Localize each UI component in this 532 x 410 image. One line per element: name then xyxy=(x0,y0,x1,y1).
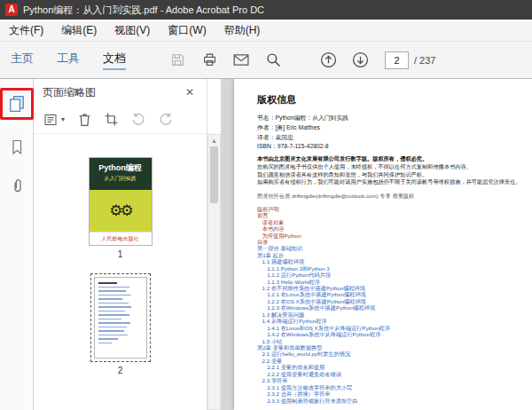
toc-link[interactable]: 2.2.1 变量的命名和使用 xyxy=(257,365,532,371)
toc-link[interactable]: 1.1 搭建编程环境 xyxy=(257,259,532,265)
thumbnails-list: Python编程 从入门到实践 ⚙⚙ 人民邮电出版社 1 2 xyxy=(34,134,207,410)
toc-link[interactable]: 本书内容 xyxy=(257,225,532,232)
window-title: Python编程：从入门到实践.pdf - Adobe Acrobat Pro … xyxy=(23,4,264,17)
toc-link[interactable]: 2.2 变量 xyxy=(257,358,532,364)
main-area: 页面缩略图 ✕ ▾ P xyxy=(0,79,532,410)
doc-meta-line: ISBN：978-7-115-42802-8 xyxy=(257,142,532,152)
crop-pages-button[interactable] xyxy=(105,113,118,126)
options-list-icon xyxy=(44,114,59,126)
toc-link[interactable]: 1.4.1 在Linux和OS X系统中从终端运行Python程序 xyxy=(257,325,532,331)
paperclip-icon xyxy=(10,178,24,194)
toc-link[interactable]: 1.2.1 在Linux系统中搭建Python编程环境 xyxy=(257,292,532,298)
save-button[interactable] xyxy=(165,48,190,73)
thumbnail-text-line xyxy=(98,330,124,332)
toc-link[interactable]: 2.3.3 使用制表符或换行符来添加空白 xyxy=(257,398,532,404)
scroll-up-button[interactable]: ▲ xyxy=(211,135,217,146)
toc-link[interactable]: 2.3 字符串 xyxy=(257,378,532,384)
document-page: 版权信息 书名：Python编程：从入门到实践作者：[美] Eric Matth… xyxy=(234,79,532,410)
save-icon xyxy=(170,52,185,67)
menu-item[interactable]: 帮助(H) xyxy=(224,23,261,38)
menu-item[interactable]: 文件(F) xyxy=(9,23,43,38)
thumbnail-2-text-lines xyxy=(94,277,147,359)
doc-notice-line: 本书由北京图灵文化发展有限公司发行数字版。版权所有，侵权必究。 xyxy=(257,155,532,163)
doc-title: 版权信息 xyxy=(257,93,532,106)
attachments-button[interactable] xyxy=(5,175,28,198)
previous-page-button[interactable] xyxy=(316,48,340,73)
thumbnail-text-line xyxy=(98,335,128,336)
page-1-cover: Python编程 从入门到实践 ⚙⚙ 人民邮电出版社 xyxy=(89,157,153,246)
toc-link[interactable]: 2.2.2 使用变量时避免命名错误 xyxy=(257,371,532,377)
thumbnail-options-button[interactable]: ▾ xyxy=(44,114,65,126)
crop-icon xyxy=(105,113,118,126)
bookmarks-button[interactable] xyxy=(5,136,28,159)
toolbar-tabs: 主页工具文档 xyxy=(11,51,126,70)
thumbnail-text-line xyxy=(98,290,126,292)
cover-top-band: Python编程 从入门到实践 xyxy=(90,158,152,190)
toc-link[interactable]: 1.2 在不同操作系统中搭建Python编程环境 xyxy=(257,285,532,291)
thumbnail-page-1[interactable]: Python编程 从入门到实践 ⚙⚙ 人民邮电出版社 1 xyxy=(89,157,153,259)
thumbnail-text-line xyxy=(98,295,131,296)
toc-link[interactable]: 2.1 运行hello_world.py时发生的情况 xyxy=(257,351,532,358)
toc-link[interactable]: 1.1.2 运行Python代码片段 xyxy=(257,272,532,279)
thumbnail-text-line xyxy=(98,338,119,340)
rotate-ccw-button[interactable] xyxy=(131,113,145,126)
toc-link[interactable]: 1.5 小结 xyxy=(257,338,532,344)
toc-link[interactable]: 第一部分 基础知识 xyxy=(257,246,532,252)
thumbnail-text-line xyxy=(98,343,112,344)
caret-down-icon: ▾ xyxy=(61,115,65,123)
cover-publisher: 人民邮电出版社 xyxy=(102,235,139,243)
toolbar: 主页工具文档 2 / 237 xyxy=(0,42,532,79)
next-page-button[interactable] xyxy=(348,48,372,73)
arrow-down-circle-icon xyxy=(352,51,369,68)
search-button[interactable] xyxy=(261,48,286,73)
acrobat-logo-icon: A xyxy=(5,4,18,16)
title-bar: A Python编程：从入门到实践.pdf - Adobe Acrobat Pr… xyxy=(0,0,532,20)
page-number-input[interactable]: 2 xyxy=(385,51,409,69)
print-button[interactable] xyxy=(197,48,222,73)
tab-tools[interactable]: 工具 xyxy=(57,51,80,70)
delete-pages-button[interactable] xyxy=(78,113,91,127)
scrollbar-track[interactable]: ▲ xyxy=(207,134,221,410)
thumbnail-page-2-selected[interactable] xyxy=(90,273,151,362)
doc-meta: 书名：Python编程：从入门到实践作者：[美] Eric Matthes译者：… xyxy=(257,114,532,151)
toc-link[interactable]: 版权声明 xyxy=(257,206,532,212)
toc-link[interactable]: 1.2.3 在Windows系统中搭建Python编程环境 xyxy=(257,305,532,311)
toc-link[interactable]: 第2章 变量和简单数据类型 xyxy=(257,344,532,351)
menu-item[interactable]: 编辑(E) xyxy=(61,23,97,38)
member-watermark: 图灵社区会员 driftingdle(driftingdle@outlook.c… xyxy=(257,193,532,201)
menu-item[interactable]: 视图(V) xyxy=(114,23,150,38)
toc-link[interactable]: 1.4.2 在Windows系统中从终端运行Python程序 xyxy=(257,332,532,338)
thumbnail-text-line xyxy=(98,282,117,284)
toc-link[interactable]: 1.4 从终端运行Python程序 xyxy=(257,319,532,325)
toc-link[interactable]: 第1章 起步 xyxy=(257,252,532,258)
toc-link[interactable]: 1.1.3 Hello World程序 xyxy=(257,279,532,285)
rotate-cw-button[interactable] xyxy=(159,113,173,126)
tab-home[interactable]: 主页 xyxy=(11,51,34,70)
doc-meta-line: 作者：[美] Eric Matthes xyxy=(257,123,532,133)
trash-icon xyxy=(78,113,91,127)
doc-notice: 本书由北京图灵文化发展有限公司发行数字版。版权所有，侵权必究。您购买的图灵电子书… xyxy=(257,155,532,186)
email-button[interactable] xyxy=(229,48,254,73)
panel-close-button[interactable]: ✕ xyxy=(182,86,198,99)
page-thumbnails-button[interactable] xyxy=(5,92,28,115)
doc-notice-line: 如果购买者有侵权行为，我们可能对该用户实施包括但不限于关闭该帐号等维权措施，并可… xyxy=(257,178,532,186)
scrollbar-thumb[interactable] xyxy=(210,146,218,203)
toc-link[interactable]: 前言 xyxy=(257,213,532,219)
thumbnail-text-line xyxy=(98,311,125,312)
bookmark-icon xyxy=(10,139,24,155)
toc-link[interactable]: 目录 xyxy=(257,239,532,245)
doc-meta-line: 译者：袁国忠 xyxy=(257,132,532,142)
toc-link[interactable]: 1.3 解决安装问题 xyxy=(257,311,532,318)
toc-link[interactable]: 读者对象 xyxy=(257,219,532,225)
tab-document[interactable]: 文档 xyxy=(103,51,126,70)
toc-link[interactable]: 2.3.1 使用方法修改字符串的大小写 xyxy=(257,384,532,390)
menu-item[interactable]: 窗口(W) xyxy=(168,23,206,38)
toc-link[interactable]: 为何使用Python xyxy=(257,233,532,239)
toc-link[interactable]: 1.2.2 在OS X系统中搭建Python编程环境 xyxy=(257,298,532,304)
navigation-rail xyxy=(0,79,34,410)
toc-link[interactable]: 1.1.1 Python 2和Python 3 xyxy=(257,265,532,272)
thumbnail-2-label: 2 xyxy=(118,366,123,375)
panel-header: 页面缩略图 ✕ xyxy=(34,79,207,106)
thumbnail-text-line xyxy=(98,314,129,316)
toc-link[interactable]: 2.3.2 合并（拼接）字符串 xyxy=(257,390,532,397)
